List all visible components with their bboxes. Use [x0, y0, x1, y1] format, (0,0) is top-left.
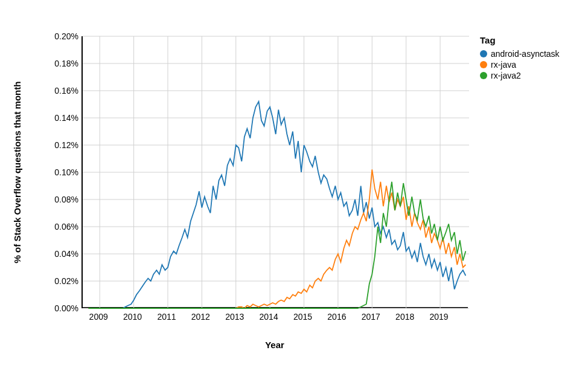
legend-label: rx-java2 — [491, 71, 521, 80]
y-tick-label: 0.08% — [42, 195, 78, 204]
x-tick-label: 2019 — [424, 312, 454, 322]
x-tick-label: 2011 — [152, 312, 182, 322]
y-tick-label: 0.14% — [42, 113, 78, 123]
legend-item-rx-java2[interactable]: rx-java2 — [480, 71, 560, 80]
legend-swatch-icon — [480, 61, 487, 68]
legend: Tag android-asynctaskrx-javarx-java2 — [480, 35, 560, 82]
y-tick-label: 0.02% — [42, 276, 78, 286]
grid-lines — [83, 36, 469, 308]
legend-label: rx-java — [491, 60, 516, 70]
y-tick-label: 0.18% — [42, 59, 78, 68]
x-tick-label: 2012 — [185, 312, 216, 322]
x-tick-label: 2010 — [118, 312, 148, 322]
y-tick-label: 0.06% — [42, 222, 78, 231]
x-tick-label: 2009 — [83, 312, 113, 322]
series-rx-java[interactable] — [89, 170, 466, 309]
x-tick-label: 2018 — [390, 312, 420, 322]
y-tick-label: 0.12% — [42, 140, 78, 150]
legend-label: android-asynctask — [491, 49, 560, 59]
y-tick-label: 0.04% — [42, 249, 78, 259]
x-tick-label: 2015 — [288, 312, 318, 322]
chart-container: 0.00%0.02%0.04%0.06%0.08%0.10%0.12%0.14%… — [0, 0, 588, 382]
y-tick-label: 0.00% — [42, 303, 78, 313]
legend-swatch-icon — [480, 50, 487, 57]
series-group — [89, 102, 466, 308]
x-axis-label: Year — [265, 340, 284, 350]
y-tick-label: 0.16% — [42, 86, 78, 96]
x-tick-label: 2017 — [356, 312, 386, 322]
legend-item-android-asynctask[interactable]: android-asynctask — [480, 49, 560, 59]
y-tick-label: 0.10% — [42, 167, 78, 177]
plot-svg — [83, 36, 469, 308]
plot-area[interactable] — [81, 36, 468, 308]
legend-title: Tag — [480, 35, 560, 45]
x-tick-label: 2016 — [322, 312, 352, 322]
x-tick-label: 2013 — [220, 312, 250, 322]
series-android-asynctask[interactable] — [89, 102, 466, 308]
legend-swatch-icon — [480, 72, 487, 79]
legend-item-rx-java[interactable]: rx-java — [480, 60, 560, 70]
y-tick-label: 0.20% — [42, 31, 78, 41]
y-axis-label: % of Stack Overflow questions that month — [12, 82, 22, 264]
x-tick-label: 2014 — [254, 312, 284, 322]
series-rx-java2[interactable] — [89, 182, 466, 308]
